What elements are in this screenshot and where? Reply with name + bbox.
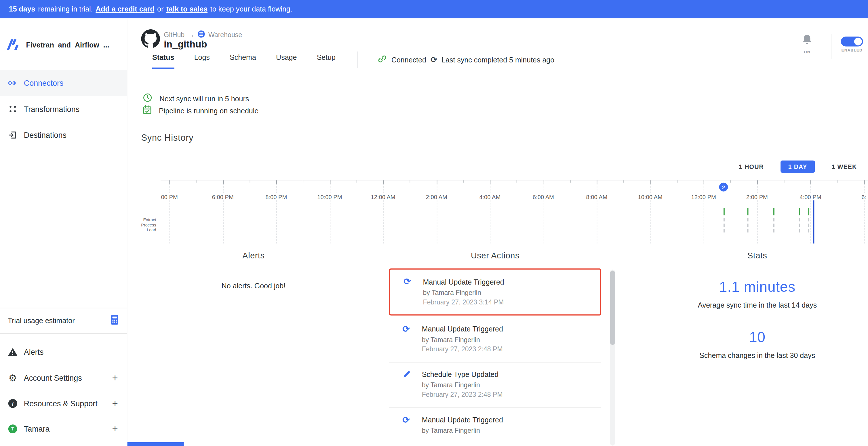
chart-row-labels: Extract Process Load bbox=[127, 218, 156, 232]
tab-usage[interactable]: Usage bbox=[276, 53, 297, 69]
sidebar-item-account-settings[interactable]: ⚙ Account Settings + bbox=[0, 365, 127, 390]
sync-event-mark[interactable] bbox=[773, 208, 774, 234]
alerts-empty-text: No alerts. Good job! bbox=[143, 282, 364, 290]
connected-label: Connected bbox=[392, 56, 426, 64]
user-action-item[interactable]: ⟳ Manual Update Triggered by Tamara Fing… bbox=[389, 408, 601, 446]
breadcrumb: GitHub → Warehouse bbox=[164, 31, 242, 39]
range-1-hour-button[interactable]: 1 HOUR bbox=[739, 161, 764, 173]
scrollbar-thumb[interactable] bbox=[610, 271, 615, 345]
sidebar-item-label: Account Settings bbox=[24, 374, 82, 382]
destinations-icon bbox=[8, 130, 18, 140]
tick-label: 6: bbox=[860, 194, 867, 200]
arrow-right-icon: → bbox=[188, 31, 194, 39]
status-text: Next sync will run in 5 hours bbox=[159, 94, 249, 103]
tick-label: 4:00 PM bbox=[799, 194, 823, 200]
user-action-by: by Tamara Fingerlin bbox=[422, 381, 596, 389]
minor-tick-mark bbox=[463, 181, 464, 183]
user-action-by: by Tamara Fingerlin bbox=[422, 427, 596, 435]
user-action-title: Manual Update Triggered bbox=[423, 278, 595, 286]
range-1-week-button[interactable]: 1 WEEK bbox=[832, 161, 857, 173]
user-actions-panel-title: User Actions bbox=[389, 251, 601, 260]
sync-count-badge[interactable]: 2 bbox=[719, 183, 728, 192]
user-action-item[interactable]: ⟳ Manual Update Triggered by Tamara Fing… bbox=[389, 317, 601, 362]
tick-mark bbox=[704, 181, 704, 184]
user-action-item[interactable]: ⟳ Manual Update Triggered by Tamara Fing… bbox=[389, 268, 601, 315]
clock-icon bbox=[143, 93, 152, 104]
sync-event-mark[interactable] bbox=[799, 208, 800, 234]
sidebar-item-transformations[interactable]: Transformations bbox=[0, 96, 127, 122]
github-logo-icon bbox=[141, 29, 160, 48]
workspace-switcher[interactable]: Fivetran_and_Airflow_... bbox=[7, 36, 109, 54]
sync-event-mark[interactable] bbox=[723, 208, 725, 234]
tab-schema[interactable]: Schema bbox=[230, 53, 256, 69]
stat-value: 10 bbox=[672, 329, 843, 346]
sidebar-item-label: Tamara bbox=[24, 424, 50, 433]
tick-mark bbox=[650, 181, 651, 184]
connection-status: Connected ⟳ Last sync completed 5 minute… bbox=[378, 54, 554, 65]
row-label-process: Process bbox=[127, 222, 156, 227]
tick-label: 12:00 PM bbox=[690, 194, 717, 200]
calendar-check-icon bbox=[143, 105, 152, 116]
connector-title: in_github bbox=[164, 39, 207, 50]
breadcrumb-source[interactable]: GitHub bbox=[164, 31, 184, 39]
tab-logs[interactable]: Logs bbox=[194, 53, 210, 69]
gridline bbox=[650, 181, 651, 244]
sidebar-item-alerts[interactable]: Alerts bbox=[0, 339, 127, 364]
user-avatar: T bbox=[8, 424, 18, 434]
user-action-date: February 27, 2023 2:48 PM bbox=[422, 391, 596, 399]
trial-estimator-label: Trial usage estimator bbox=[8, 317, 75, 325]
tick-label: 4:00 AM bbox=[478, 194, 502, 200]
expand-plus-icon[interactable]: + bbox=[112, 397, 118, 409]
alert-triangle-icon bbox=[8, 347, 18, 357]
user-action-title: Manual Update Triggered bbox=[422, 416, 596, 424]
sidebar-item-user-tamara[interactable]: T Tamara + bbox=[0, 416, 127, 441]
tab-status[interactable]: Status bbox=[152, 53, 174, 69]
gridline bbox=[383, 181, 384, 244]
last-sync-text: Last sync completed 5 minutes ago bbox=[441, 56, 554, 64]
tick-label: 00 PM bbox=[160, 194, 179, 200]
gridline bbox=[437, 181, 437, 244]
sync-history-title: Sync History bbox=[141, 133, 193, 143]
expand-plus-icon[interactable]: + bbox=[112, 423, 118, 435]
sync-event-mark[interactable] bbox=[808, 208, 809, 234]
stat-schema-changes: 10 Schema changes in the last 30 days bbox=[672, 329, 843, 360]
sync-event-mark[interactable] bbox=[747, 208, 749, 234]
divider bbox=[357, 52, 358, 68]
gridline bbox=[330, 181, 330, 244]
tick-mark bbox=[544, 181, 544, 184]
warehouse-icon bbox=[198, 31, 205, 39]
row-label-load: Load bbox=[127, 228, 156, 232]
bell-state-label: ON bbox=[799, 50, 815, 54]
tick-label: 8:00 AM bbox=[585, 194, 609, 200]
talk-to-sales-link[interactable]: talk to sales bbox=[166, 5, 208, 13]
scrollbar-track[interactable] bbox=[610, 269, 615, 446]
alerts-panel-title: Alerts bbox=[143, 251, 364, 260]
user-action-item[interactable]: Schedule Type Updated by Tamara Fingerli… bbox=[389, 362, 601, 408]
sidebar-item-connectors[interactable]: Connectors bbox=[0, 70, 127, 96]
refresh-icon[interactable]: ⟳ bbox=[431, 56, 437, 64]
enabled-toggle[interactable]: ENABLED bbox=[839, 36, 865, 52]
user-action-by: by Tamara Fingerlin bbox=[423, 289, 595, 297]
add-credit-card-link[interactable]: Add a credit card bbox=[96, 5, 154, 13]
sidebar-item-destinations[interactable]: Destinations bbox=[0, 122, 127, 148]
tick-mark bbox=[490, 181, 490, 184]
breadcrumb-destination[interactable]: Warehouse bbox=[208, 31, 242, 39]
stat-label: Average sync time in the last 14 days bbox=[672, 301, 843, 309]
expand-plus-icon[interactable]: + bbox=[112, 372, 118, 384]
sidebar-item-resources-support[interactable]: i Resources & Support + bbox=[0, 391, 127, 416]
sidebar: Fivetran_and_Airflow_... Connectors Tran… bbox=[0, 18, 128, 446]
row-label-extract: Extract bbox=[127, 218, 156, 222]
range-1-day-button[interactable]: 1 DAY bbox=[780, 161, 815, 173]
tick-label: 12:00 AM bbox=[370, 194, 397, 200]
tick-mark bbox=[223, 181, 223, 184]
divider bbox=[831, 34, 832, 59]
notifications-toggle[interactable]: ON bbox=[799, 34, 815, 54]
tab-bar: Status Logs Schema Usage Setup bbox=[152, 53, 336, 69]
pipeline-status: Pipeline is running on schedule bbox=[143, 105, 258, 116]
tab-setup[interactable]: Setup bbox=[317, 53, 336, 69]
tick-mark bbox=[383, 181, 384, 184]
toggle-switch[interactable] bbox=[841, 36, 863, 46]
tick-label: 8:00 PM bbox=[264, 194, 288, 200]
trial-usage-estimator[interactable]: Trial usage estimator bbox=[0, 308, 127, 333]
next-sync-status: Next sync will run in 5 hours bbox=[143, 93, 249, 104]
